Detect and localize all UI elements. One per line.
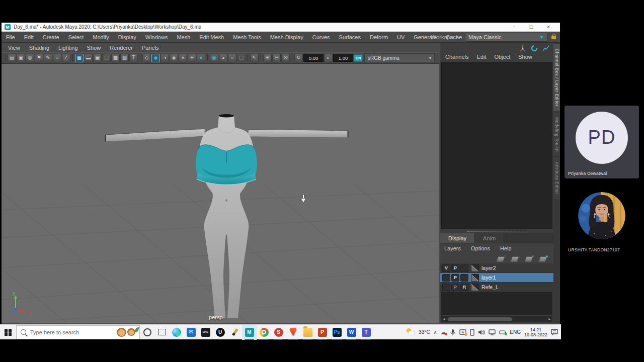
panel-menu-shading[interactable]: Shading <box>25 45 54 51</box>
menu-modify[interactable]: Modify <box>88 34 113 40</box>
onedrive-icon[interactable]: ☁ <box>440 330 446 335</box>
side-tab-modeling-toolkit[interactable]: Modeling Toolkit <box>553 113 560 156</box>
zoom-region-icon[interactable]: ○ <box>53 54 61 62</box>
new-empty-layer-icon[interactable]: + <box>525 255 533 262</box>
anti-alias-icon[interactable]: ○ <box>228 54 236 62</box>
participant-tile-priyanka[interactable]: PD Priyanka Dewatwal <box>565 106 639 178</box>
taskbar-taskview-icon[interactable] <box>154 325 169 340</box>
layer-visibility-toggle[interactable] <box>442 274 450 282</box>
panel-menu-renderer[interactable]: Renderer <box>105 45 137 51</box>
gate-mask-icon[interactable]: ▢ <box>102 54 111 62</box>
start-button[interactable] <box>0 325 16 340</box>
menu-uv[interactable]: UV <box>392 34 409 40</box>
wireframe-mode-icon[interactable]: ◇ <box>142 54 151 62</box>
tab-anim[interactable]: Anim <box>475 233 504 243</box>
scrollbar-thumb[interactable] <box>448 317 512 321</box>
layer-playback-toggle[interactable]: P <box>451 284 459 291</box>
menu-select[interactable]: Select <box>64 34 89 40</box>
layer-playback-toggle[interactable]: P <box>451 274 459 282</box>
taskbar-epic-games-icon[interactable]: EPIC <box>198 325 213 340</box>
action-center-icon[interactable] <box>551 329 558 335</box>
layer-visibility-toggle[interactable]: V <box>442 264 450 272</box>
layer-visibility-toggle[interactable] <box>442 284 450 291</box>
layer-name[interactable]: layer1 <box>481 275 496 281</box>
speed-dial-icon[interactable] <box>531 45 538 52</box>
screenshare-icon[interactable] <box>459 329 466 335</box>
side-tab-attribute-editor[interactable]: Attribute Editor <box>553 157 560 199</box>
taskbar-mail-icon[interactable]: ✉ <box>184 325 198 340</box>
material-mode-icon[interactable]: ◈ <box>170 54 178 62</box>
panel-menu-view[interactable]: View <box>4 45 25 51</box>
move-layer-down-icon[interactable]: ↓ <box>511 255 519 262</box>
network-icon[interactable] <box>489 329 496 335</box>
horizontal-scrollbar[interactable]: ◄ ► <box>441 316 552 322</box>
measure-tool-icon[interactable]: ∠ <box>62 54 70 62</box>
hud-text-icon[interactable]: T <box>129 54 138 62</box>
menu-curves[interactable]: Curves <box>308 34 335 40</box>
scroll-left-icon[interactable]: ◄ <box>441 317 447 321</box>
taskbar-teams-icon[interactable]: T <box>359 325 373 340</box>
resolution-gate-icon[interactable]: ▣ <box>93 54 102 62</box>
wireframe-on-shaded-icon[interactable]: ∗ <box>179 54 187 62</box>
channel-menu-show[interactable]: Show <box>518 54 532 60</box>
layer-name[interactable]: layer2 <box>481 265 496 271</box>
layer-row-selected[interactable]: P layer1 <box>440 273 553 283</box>
menu-edit-mesh[interactable]: Edit Mesh <box>195 34 228 40</box>
dof-icon[interactable]: ▢ <box>237 54 246 62</box>
channel-menu-object[interactable]: Object <box>494 54 510 60</box>
menu-deform[interactable]: Deform <box>365 34 392 40</box>
taskbar-sketchbook-icon[interactable]: S <box>271 325 286 340</box>
xyz-axis-icon[interactable] <box>519 45 526 52</box>
lights-icon[interactable]: ☀ <box>188 54 196 62</box>
menu-edit[interactable]: Edit <box>20 34 38 40</box>
image-plane-icon[interactable]: ✎ <box>44 54 52 62</box>
motion-blur-icon[interactable]: ◕ <box>219 54 227 62</box>
taskbar-edge-icon[interactable] <box>169 325 184 340</box>
gamma-field[interactable]: 1.00 <box>333 54 353 62</box>
taskbar-pencil-app-icon[interactable] <box>227 325 242 340</box>
camera-attributes-icon[interactable]: ▣ <box>17 54 25 62</box>
menu-file[interactable]: File <box>2 34 20 40</box>
move-layer-up-icon[interactable]: ↑ <box>497 255 505 262</box>
3d-viewport[interactable]: y x persp <box>2 63 439 323</box>
menu-mesh-display[interactable]: Mesh Display <box>266 34 308 40</box>
your-phone-icon[interactable] <box>470 329 474 336</box>
lock-icon[interactable] <box>551 36 556 39</box>
tab-display[interactable]: Display <box>440 233 475 243</box>
shadows-icon[interactable]: ● <box>197 54 205 62</box>
taskbar-brave-icon[interactable] <box>286 325 300 340</box>
layer-row[interactable]: V P layer2 <box>440 263 553 273</box>
camera-icon[interactable]: ▤ <box>8 54 16 62</box>
color-management-toggle[interactable]: ON <box>354 54 363 62</box>
menu-mesh-tools[interactable]: Mesh Tools <box>228 34 265 40</box>
camera-label[interactable]: persp <box>209 314 223 320</box>
minimize-button[interactable]: − <box>506 23 523 31</box>
workspace-select[interactable]: Maya Classic ▼ <box>465 33 547 42</box>
temperature-label[interactable]: 33°C <box>419 329 430 335</box>
isolate-add-icon[interactable]: ⊟ <box>272 54 281 62</box>
menu-windows[interactable]: Windows <box>141 34 173 40</box>
isolate-select-icon[interactable]: ⊞ <box>263 54 272 62</box>
menu-mesh[interactable]: Mesh <box>172 34 195 40</box>
layer-color-swatch[interactable] <box>471 274 479 282</box>
colorspace-select[interactable]: sRGB gamma ▾ <box>364 53 435 62</box>
taskbar-maya-icon[interactable]: M <box>242 325 257 340</box>
select-cursor-icon[interactable]: ↖ <box>250 54 259 62</box>
layer-menu-layers[interactable]: Layers <box>444 245 461 251</box>
panel-menu-show[interactable]: Show <box>83 45 106 51</box>
taskbar-chrome-icon[interactable] <box>257 325 271 340</box>
safe-action-icon[interactable]: ▨ <box>120 54 129 62</box>
panel-splitter[interactable] <box>440 230 553 233</box>
taskbar-cortana-icon[interactable] <box>140 325 154 340</box>
participant-tile-urshita[interactable]: URSHITA TANDON27107 <box>565 182 639 255</box>
shaded-mode-icon[interactable]: ◆ <box>151 54 160 62</box>
menu-display[interactable]: Display <box>114 34 141 40</box>
gamma-icon[interactable]: ◐ <box>324 54 333 62</box>
isolate-remove-icon[interactable]: ⊠ <box>281 54 290 62</box>
channel-menu-edit[interactable]: Edit <box>476 54 486 60</box>
side-tab-channel-box[interactable]: Channel Box / Layer Editor <box>553 44 560 111</box>
panel-menu-lighting[interactable]: Lighting <box>54 45 83 51</box>
layer-name[interactable]: Refe_L <box>481 284 499 290</box>
occlusion-icon[interactable]: ◉ <box>210 54 218 62</box>
exposure-field[interactable]: 0.00 <box>303 54 324 62</box>
